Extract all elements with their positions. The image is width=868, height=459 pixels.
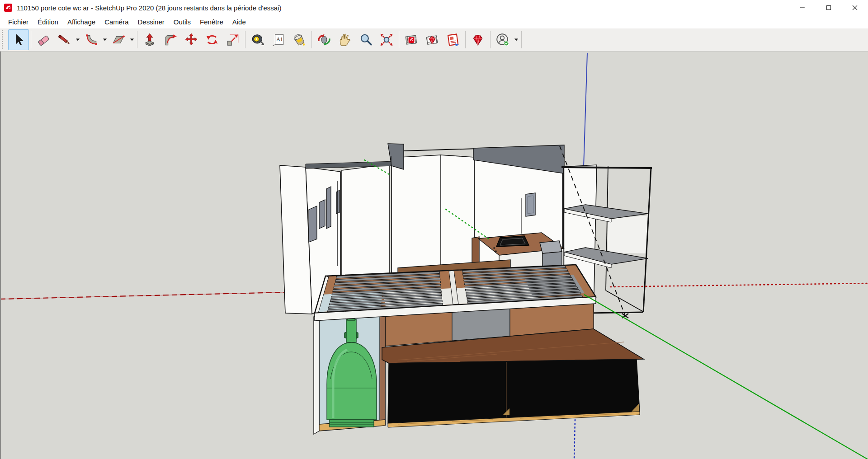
extension-warehouse-button[interactable] — [422, 29, 443, 50]
push-pull-icon — [142, 33, 157, 47]
zoom-tool-button[interactable] — [355, 29, 376, 50]
send-to-layout-button[interactable] — [443, 29, 463, 50]
toolbar-separator — [490, 31, 491, 48]
menu-fichier[interactable]: Fichier — [4, 16, 33, 28]
3d-warehouse-button[interactable] — [401, 29, 422, 50]
arc-tool-button[interactable] — [81, 29, 102, 50]
offset-tool-button[interactable] — [160, 29, 181, 50]
text-tool-button[interactable]: A1 — [268, 29, 289, 50]
text-icon: A1 — [271, 33, 286, 47]
eraser-tool-button[interactable] — [33, 29, 54, 50]
line-dropdown-caret[interactable] — [75, 30, 81, 50]
select-tool-button[interactable] — [8, 29, 29, 50]
menu-dessiner[interactable]: Dessiner — [133, 16, 169, 28]
minimize-button[interactable] — [789, 0, 816, 15]
offset-icon — [163, 33, 178, 47]
shapes-tool-button[interactable] — [108, 29, 129, 50]
menu-edition[interactable]: Édition — [33, 16, 63, 28]
paint-bucket-icon — [292, 33, 307, 47]
sign-in-button[interactable] — [492, 29, 513, 50]
menu-bar: Fichier Édition Affichage Caméra Dessine… — [0, 15, 868, 28]
extension-manager-button[interactable] — [467, 29, 488, 50]
toolbar-separator — [245, 31, 245, 48]
toolbar-grip[interactable] — [2, 30, 6, 49]
window-title: 110150 porte cote wc ar - SketchUp Pro 2… — [17, 4, 281, 12]
toolbar-separator — [311, 31, 312, 48]
shapes-dropdown-caret[interactable] — [129, 30, 135, 50]
eraser-icon — [36, 33, 51, 47]
toolbar-separator — [465, 31, 466, 48]
line-tool-button[interactable] — [54, 29, 75, 50]
menu-outils[interactable]: Outils — [169, 16, 195, 28]
rotate-icon — [205, 33, 219, 47]
menu-aide[interactable]: Aide — [228, 16, 250, 28]
svg-text:A1: A1 — [276, 37, 283, 42]
account-icon — [495, 33, 510, 47]
arc-dropdown-caret[interactable] — [102, 30, 108, 50]
menu-affichage[interactable]: Affichage — [63, 16, 100, 28]
push-pull-tool-button[interactable] — [139, 29, 160, 50]
close-button[interactable] — [842, 0, 868, 15]
pan-tool-button[interactable] — [335, 29, 355, 50]
arc-icon — [84, 33, 99, 47]
rectangle-icon — [111, 33, 126, 47]
scale-tool-button[interactable] — [222, 29, 243, 50]
title-bar: 110150 porte cote wc ar - SketchUp Pro 2… — [0, 0, 868, 15]
sketchup-window: 110150 porte cote wc ar - SketchUp Pro 2… — [0, 0, 868, 459]
gas-bottle-compartment[interactable] — [314, 313, 385, 434]
zoom-icon — [359, 33, 373, 47]
menu-camera[interactable]: Caméra — [100, 16, 133, 28]
extension-manager-gem-icon — [471, 33, 485, 47]
pan-hand-icon — [338, 33, 352, 47]
menu-fenetre[interactable]: Fenêtre — [195, 16, 228, 28]
layout-icon — [446, 33, 460, 47]
toolbar-separator — [137, 31, 137, 48]
sign-in-dropdown-caret[interactable] — [513, 30, 519, 50]
paint-bucket-tool-button[interactable] — [289, 29, 310, 50]
pencil-icon — [57, 33, 71, 47]
zoom-extents-icon — [379, 33, 394, 47]
move-icon — [184, 33, 198, 47]
viewport-canvas[interactable] — [1, 52, 868, 459]
sketchup-logo-icon — [4, 4, 12, 12]
select-arrow-icon — [11, 33, 26, 47]
toolbar-separator — [31, 31, 31, 48]
extension-warehouse-icon — [425, 33, 439, 47]
under-bed-drawer[interactable] — [382, 329, 644, 427]
tape-measure-tool-button[interactable] — [247, 29, 268, 50]
toolbar-separator — [399, 31, 399, 48]
orbit-icon — [317, 33, 331, 47]
tape-measure-icon — [250, 33, 265, 47]
rotate-tool-button[interactable] — [202, 29, 222, 50]
toolbar-separator — [521, 31, 522, 48]
scale-icon — [226, 33, 240, 47]
getting-started-toolbar: A1 — [0, 28, 868, 52]
move-tool-button[interactable] — [181, 29, 202, 50]
orbit-tool-button[interactable] — [314, 29, 335, 50]
maximize-button[interactable] — [816, 0, 842, 15]
model-viewport[interactable] — [0, 52, 868, 459]
3d-warehouse-icon — [404, 33, 419, 47]
zoom-extents-tool-button[interactable] — [376, 29, 397, 50]
